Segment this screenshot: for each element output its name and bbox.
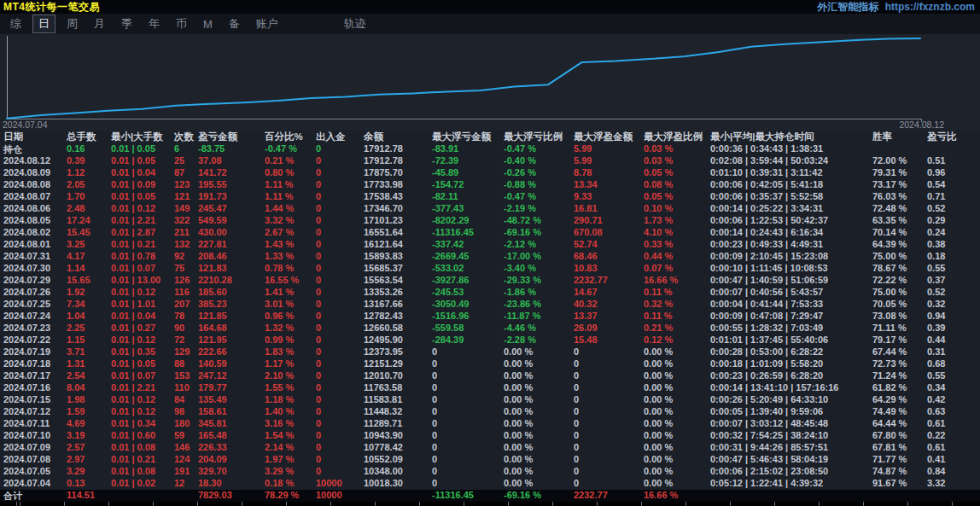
table-row[interactable]: 2024.07.172.540.01 | 0.07153247.122.10 %… [0,370,980,382]
table-cell: 2232.77 [574,275,644,287]
table-row[interactable]: 2024.07.241.040.01 | 0.0478121.850.96 %0… [0,311,980,323]
table-row[interactable]: 2024.07.257.340.01 | 1.01207385.233.01 %… [0,299,980,311]
table-row[interactable]: 2024.07.2915.650.01 | 13.001262210.2816.… [0,275,980,287]
table-row[interactable]: 2024.07.040.130.01 | 0.021218.300.18 %10… [0,478,980,490]
column-header: 最大浮亏金额 [432,131,504,143]
table-cell: 0.00 % [504,430,574,442]
table-cell: -2.12 % [504,239,574,251]
table-row[interactable]: 2024.08.0517.240.01 | 2.21322549.593.32 … [0,215,980,227]
table-row[interactable]: 2024.08.0215.450.01 | 2.87211430.002.67 … [0,227,980,239]
brand-link[interactable]: https://fxznzb.com [885,1,975,13]
table-row[interactable]: 2024.07.261.920.01 | 0.12116185.601.41 %… [0,287,980,299]
menu-item-2[interactable]: 周 [61,15,83,32]
table-cell: 0 [316,394,364,406]
table-row[interactable]: 2024.08.091.120.01 | 0.0487141.720.80 %0… [0,167,980,179]
horizontal-scrollbar[interactable] [0,502,980,506]
menu-item-6[interactable]: 币 [171,15,192,32]
menu-item-9[interactable]: 账户 [251,15,283,32]
table-cell: 185.60 [198,287,265,299]
table-cell: 0.01 | 0.21 [111,239,174,251]
table-cell: 0.01 | 1.01 [111,299,174,311]
table-cell: 0.29 [927,215,975,227]
table-cell: 0 [574,430,644,442]
table-cell: 70.05 % [872,299,927,311]
table-cell: 0 [316,155,364,167]
table-cell: 87 [174,167,198,179]
table-cell: 6 [174,143,198,155]
table-cell: 75.00 % [872,251,927,263]
table-row[interactable]: 2024.07.103.190.01 | 0.6059165.481.54 %0… [0,430,980,442]
table-row[interactable]: 2024.07.114.690.01 | 0.34180345.813.16 %… [0,418,980,430]
table-cell: 0.01 | 0.09 [111,179,174,191]
table-cell: 1.33 % [265,251,316,263]
table-row[interactable]: 2024.07.053.290.01 | 0.08191329.703.29 %… [0,466,980,478]
table-row[interactable]: 2024.07.082.970.01 | 0.21124204.091.97 %… [0,454,980,466]
table-row[interactable]: 2024.07.301.140.01 | 0.0775121.830.78 %0… [0,263,980,275]
table-cell: 1.73 % [644,215,710,227]
table-cell: 0 [316,239,364,251]
table-cell: 121.83 [198,263,265,275]
table-row[interactable]: 2024.08.082.050.01 | 0.09123195.551.11 %… [0,179,980,191]
menu-item-track[interactable]: 轨迹 [339,15,371,32]
table-cell: 0.00 % [644,442,710,454]
table-cell: 0:00:04 | 0:41:44 | 7:53:33 [710,299,872,311]
table-cell: 2.54 [67,370,111,382]
menu-item-0[interactable]: 综 [5,15,26,32]
menu-item-4[interactable]: 季 [116,15,137,32]
table-cell: -48.72 % [504,215,574,227]
table-row[interactable]: 2024.08.062.480.01 | 0.12149245.471.44 %… [0,203,980,215]
table-row[interactable]: 2024.07.168.040.01 | 2.21110179.771.55 %… [0,382,980,394]
table-cell: 0.01 | 0.08 [111,466,174,478]
brand-label: 外汇智能指标 [817,1,878,13]
table-cell: 17101.23 [364,215,432,227]
table-cell: -4.46 % [504,323,574,334]
table-cell: 670.08 [574,227,644,239]
table-cell: 1.54 % [265,430,316,442]
menu-item-1[interactable]: 日 [32,15,55,33]
menu-item-5[interactable]: 年 [143,15,165,32]
menu-item-8[interactable]: 备 [224,15,245,32]
table-row[interactable]: 2024.08.013.250.01 | 0.21132227.811.43 %… [0,239,980,251]
table-row[interactable]: 2024.07.314.170.01 | 0.7892208.461.33 %0… [0,251,980,263]
table-cell: 0.01 | 0.07 [111,263,174,275]
table-cell: 72.00 % [872,155,927,167]
table-cell: 0:00:14 | 0:25:22 | 3:34:31 [710,203,872,215]
table-row[interactable]: 2024.07.121.590.01 | 0.1298158.611.40 %0… [0,406,980,418]
table-cell: 17912.78 [364,143,432,155]
table-cell: -0.88 % [504,179,574,191]
menu-item-3[interactable]: 月 [89,15,110,32]
table-row[interactable]: 2024.08.120.390.01 | 0.052537.080.21 %01… [0,155,980,167]
table-row[interactable]: 2024.07.151.980.01 | 0.1284135.491.18 %0… [0,394,980,406]
table-cell: 0.52 [927,203,975,215]
table-cell: 17733.98 [364,179,432,191]
table-row[interactable]: 2024.08.071.700.01 | 0.05121191.731.11 %… [0,191,980,203]
table-cell: 0:00:23 | 0:49:33 | 4:49:31 [710,239,872,251]
table-cell: 2024.08.07 [0,191,67,203]
table-cell: 8.04 [67,382,111,394]
menu-item-7[interactable]: M [198,17,218,32]
table-cell: 0.00 % [644,394,710,406]
table-cell: 121 [174,191,198,203]
table-cell: 10.83 [574,263,644,275]
table-cell: 16551.64 [364,227,432,239]
table-row[interactable]: 2024.07.092.570.01 | 0.08146226.332.14 %… [0,442,980,454]
table-cell: 0 [316,370,364,382]
table-cell [927,490,975,502]
table-row[interactable]: 2024.07.232.250.01 | 0.2790164.681.32 %0… [0,323,980,334]
table-row[interactable]: 2024.07.221.150.01 | 0.1272121.950.99 %0… [0,334,980,346]
table-cell: 132 [174,239,198,251]
table-row[interactable]: 2024.07.193.710.01 | 0.35129222.661.83 %… [0,346,980,358]
table-cell: 2.05 [67,179,111,191]
table-cell: 2024.07.23 [0,323,67,334]
table-cell: 0.05 % [644,191,710,203]
table-cell: 0.18 % [265,478,316,490]
table-cell: 2024.08.06 [0,203,67,215]
table-cell: 0.96 [927,167,975,179]
table-cell: 124 [174,454,198,466]
table-cell: 0:00:05 | 1:39:40 | 9:59:06 [710,406,872,418]
table-cell: 67.80 % [872,430,927,442]
table-row[interactable]: 2024.07.181.310.01 | 0.0588140.591.17 %0… [0,358,980,370]
table-cell: 0:00:06 | 0:42:05 | 5:41:18 [710,179,872,191]
table-cell: 3.19 [67,430,111,442]
table-cell: 2024.08.12 [0,155,67,167]
